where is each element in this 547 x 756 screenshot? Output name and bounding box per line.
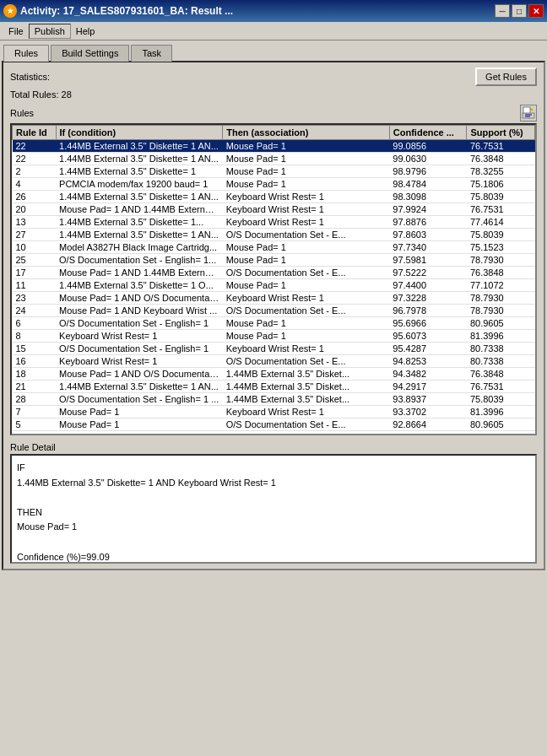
maximize-button[interactable]: □ (512, 4, 527, 18)
export-icon[interactable] (520, 105, 537, 122)
table-cell: 97.7340 (389, 241, 467, 254)
table-cell: 75.8039 (467, 229, 535, 241)
table-row[interactable]: 221.44MB External 3.5" Diskette= 1 AN...… (13, 140, 535, 153)
table-row[interactable]: 28O/S Documentation Set - English= 1 ...… (13, 393, 535, 406)
table-cell: Mouse Pad= 1 AND 1.44MB External ... (56, 203, 223, 216)
table-cell: 81.3996 (467, 406, 535, 418)
table-cell: 94.3482 (389, 368, 467, 381)
table-row[interactable]: 12O/S Documentation Set - English= 11.44… (13, 431, 535, 436)
table-row[interactable]: 17Mouse Pad= 1 AND 1.44MB External ...O/… (13, 267, 535, 279)
table-cell: 1.44MB External 3.5" Diskette= 1 AN... (56, 229, 223, 241)
total-rules-row: Total Rules: 28 (10, 89, 537, 100)
title-bar: ★ Activity: 17_SALES807931601_BA: Result… (0, 0, 547, 22)
table-row[interactable]: 261.44MB External 3.5" Diskette= 1 AN...… (13, 191, 535, 203)
table-cell: 27 (13, 229, 57, 241)
table-cell: 93.8937 (389, 393, 467, 406)
table-cell: 77.4614 (467, 216, 535, 229)
table-row[interactable]: 15O/S Documentation Set - English= 1Keyb… (13, 343, 535, 355)
table-cell: Model A3827H Black Image Cartridg... (56, 241, 223, 254)
table-cell: O/S Documentation Set - English= 1 ... (56, 393, 223, 406)
table-cell: 78.7930 (467, 292, 535, 305)
table-cell: 23 (13, 292, 57, 305)
table-cell: Keyboard Wrist Rest= 1 (223, 292, 390, 305)
col-header-rule-id: Rule Id (13, 126, 57, 140)
table-cell: 98.4784 (389, 178, 467, 191)
title-bar-left: ★ Activity: 17_SALES807931601_BA: Result… (3, 4, 233, 18)
table-cell: Mouse Pad= 1 AND O/S Documentat... (56, 292, 223, 305)
table-cell: 18 (13, 368, 57, 381)
table-cell: 76.3848 (467, 153, 535, 165)
table-cell: 1.44MB External 3.5" Disket... (223, 368, 390, 381)
table-cell: O/S Documentation Set - E... (223, 418, 390, 431)
table-cell: 95.6966 (389, 317, 467, 330)
tab-task[interactable]: Task (131, 45, 172, 62)
table-cell: 10 (13, 241, 57, 254)
minimize-button[interactable]: ─ (495, 4, 510, 18)
svg-rect-0 (523, 113, 534, 118)
rules-table-container[interactable]: Rule Id If (condition) Then (association… (10, 123, 537, 435)
menu-publish[interactable]: Publish (29, 24, 71, 39)
table-cell: Mouse Pad= 1 (56, 418, 223, 431)
menu-bar: File Publish Help (0, 22, 547, 40)
table-cell: O/S Documentation Set - E... (223, 305, 390, 317)
table-cell: Keyboard Wrist Rest= 1 (223, 343, 390, 355)
table-cell: 76.3848 (467, 368, 535, 381)
table-row[interactable]: 6O/S Documentation Set - English= 1Mouse… (13, 317, 535, 330)
table-cell: PCMCIA modem/fax 19200 baud= 1 (56, 178, 223, 191)
table-cell: 4 (13, 178, 57, 191)
table-cell: Keyboard Wrist Rest= 1 (223, 191, 390, 203)
table-cell: Mouse Pad= 1 AND O/S Documentat... (56, 368, 223, 381)
table-cell: Mouse Pad= 1 (56, 406, 223, 418)
table-row[interactable]: 5Mouse Pad= 1O/S Documentation Set - E..… (13, 418, 535, 431)
table-row[interactable]: 131.44MB External 3.5" Diskette= 1...Key… (13, 216, 535, 229)
menu-file[interactable]: File (3, 24, 29, 38)
table-cell: Mouse Pad= 1 (223, 165, 390, 178)
tab-build-settings[interactable]: Build Settings (51, 45, 129, 62)
table-row[interactable]: 20Mouse Pad= 1 AND 1.44MB External ...Ke… (13, 203, 535, 216)
tab-rules[interactable]: Rules (3, 45, 49, 62)
table-cell: Mouse Pad= 1 (223, 178, 390, 191)
table-row[interactable]: 24Mouse Pad= 1 AND Keyboard Wrist ...O/S… (13, 305, 535, 317)
table-cell: 91.1420 (389, 431, 467, 436)
table-row[interactable]: 10Model A3827H Black Image Cartridg...Mo… (13, 241, 535, 254)
table-cell: Mouse Pad= 1 (223, 254, 390, 267)
table-cell: 12 (13, 431, 57, 436)
table-row[interactable]: 4PCMCIA modem/fax 19200 baud= 1Mouse Pad… (13, 178, 535, 191)
table-cell: 1.44MB External 3.5" Diskette= 1... (56, 216, 223, 229)
table-cell: 75.1523 (467, 241, 535, 254)
table-row[interactable]: 7Mouse Pad= 1Keyboard Wrist Rest= 193.37… (13, 406, 535, 418)
app-icon: ★ (3, 4, 17, 18)
table-row[interactable]: 25O/S Documentation Set - English= 1...M… (13, 254, 535, 267)
table-cell: Mouse Pad= 1 (223, 153, 390, 165)
table-cell: 20 (13, 203, 57, 216)
table-row[interactable]: 221.44MB External 3.5" Diskette= 1 AN...… (13, 153, 535, 165)
table-row[interactable]: 21.44MB External 3.5" Diskette= 1Mouse P… (13, 165, 535, 178)
table-cell: 92.8664 (389, 418, 467, 431)
table-row[interactable]: 23Mouse Pad= 1 AND O/S Documentat...Keyb… (13, 292, 535, 305)
table-row[interactable]: 18Mouse Pad= 1 AND O/S Documentat...1.44… (13, 368, 535, 381)
table-cell: 2 (13, 165, 57, 178)
rules-table: Rule Id If (condition) Then (association… (12, 125, 535, 435)
table-cell: 1.44MB External 3.5" Diskette= 1 AN... (56, 153, 223, 165)
table-cell: 1.44MB External 3.5" Diskette= 1 (56, 165, 223, 178)
table-row[interactable]: 271.44MB External 3.5" Diskette= 1 AN...… (13, 229, 535, 241)
menu-help[interactable]: Help (71, 24, 100, 38)
window-title: Activity: 17_SALES807931601_BA: Result .… (20, 5, 233, 17)
table-cell: 77.1072 (467, 431, 535, 436)
table-cell: Keyboard Wrist Rest= 1 (223, 406, 390, 418)
get-rules-button[interactable]: Get Rules (475, 68, 537, 86)
table-cell: 75.8039 (467, 393, 535, 406)
table-cell: O/S Documentation Set - English= 1... (56, 254, 223, 267)
table-cell: 80.7338 (467, 343, 535, 355)
table-cell: O/S Documentation Set - English= 1 (56, 317, 223, 330)
table-row[interactable]: 111.44MB External 3.5" Diskette= 1 O...M… (13, 279, 535, 292)
close-button[interactable]: ✕ (528, 4, 544, 18)
table-cell: 75.8039 (467, 191, 535, 203)
table-cell: 17 (13, 267, 57, 279)
table-row[interactable]: 8Keyboard Wrist Rest= 1Mouse Pad= 195.60… (13, 330, 535, 343)
table-cell: 24 (13, 305, 57, 317)
table-row[interactable]: 211.44MB External 3.5" Diskette= 1 AN...… (13, 381, 535, 393)
total-rules-value: 28 (62, 89, 72, 100)
table-cell: 76.3848 (467, 267, 535, 279)
table-row[interactable]: 16Keyboard Wrist Rest= 1O/S Documentatio… (13, 355, 535, 368)
